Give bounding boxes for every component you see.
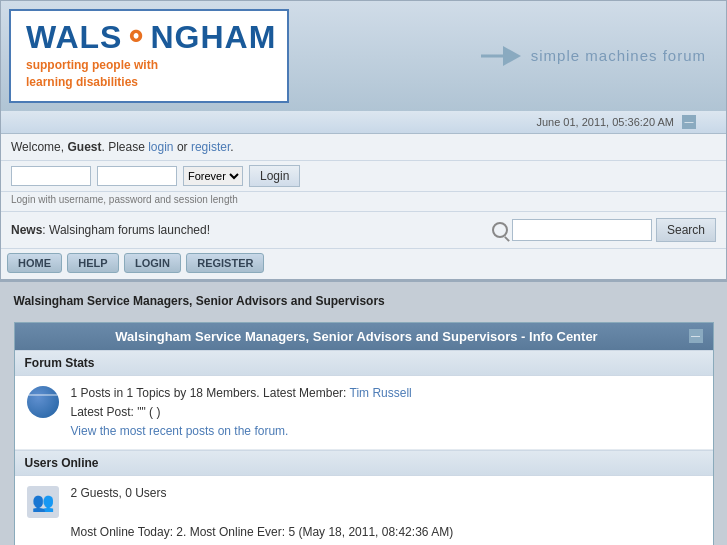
most-online: Most Online Today: 2. Most Online Ever: …: [71, 525, 454, 539]
register-link[interactable]: register: [191, 140, 230, 154]
users-online-text: 2 Guests, 0 Users Most Online Today: 2. …: [71, 484, 703, 542]
search-input[interactable]: [512, 219, 652, 241]
smf-area: simple machines forum: [481, 41, 726, 71]
nav-home[interactable]: HOME: [7, 253, 62, 273]
news-text: News: Walsingham forums launched!: [11, 223, 210, 237]
logo-suffix: NGHAM: [150, 19, 276, 55]
users-online-header: Users Online: [15, 450, 713, 476]
nav-bar: HOME HELP LOGIN REGISTER: [1, 249, 726, 281]
search-icon: [492, 222, 508, 238]
login-hint: Login with username, password and sessio…: [1, 192, 726, 212]
users-icon: 👥: [27, 486, 59, 518]
smf-arrow-icon: [481, 41, 521, 71]
stats-line: 1 Posts in 1 Topics by 18 Members. Lates…: [71, 386, 350, 400]
forum-stats-row: 1 Posts in 1 Topics by 18 Members. Lates…: [15, 376, 713, 451]
password-input[interactable]: [97, 166, 177, 186]
header-row: WALS⚬NGHAM supporting people with learni…: [1, 1, 726, 111]
smf-label: simple machines forum: [531, 47, 706, 64]
logo-subtitle: supporting people with learning disabili…: [26, 57, 272, 91]
news-content: Walsingham forums launched!: [49, 223, 210, 237]
logo-area: WALS⚬NGHAM supporting people with learni…: [9, 9, 289, 103]
welcome-or: or: [174, 140, 191, 154]
welcome-guest: Guest: [67, 140, 101, 154]
login-link[interactable]: login: [148, 140, 173, 154]
forum-stats-text: 1 Posts in 1 Topics by 18 Members. Lates…: [71, 384, 703, 442]
nav-login[interactable]: LOGIN: [124, 253, 181, 273]
datetime-bar: June 01, 2011, 05:36:20 AM —: [1, 111, 726, 134]
username-input[interactable]: [11, 166, 91, 186]
session-length-select[interactable]: Forever 1 Hour 1 Day 1 Week: [183, 166, 243, 186]
latest-post: Latest Post: "" ( ): [71, 405, 161, 419]
search-button[interactable]: Search: [656, 218, 716, 242]
search-area: Search: [492, 218, 716, 242]
welcome-prefix: Welcome,: [11, 140, 67, 154]
welcome-suffix: .: [230, 140, 233, 154]
forum-panel-title: Walsingham Service Managers, Senior Advi…: [25, 329, 689, 344]
nav-help[interactable]: HELP: [67, 253, 118, 273]
minimize-button-panel[interactable]: —: [689, 329, 703, 343]
forum-stats-header: Forum Stats: [15, 350, 713, 376]
users-icon-box: 👥: [25, 484, 61, 520]
forum-stats-icon-box: [25, 384, 61, 420]
login-row: Forever 1 Hour 1 Day 1 Week Login: [1, 161, 726, 192]
guests-line: 2 Guests, 0 Users: [71, 486, 167, 500]
latest-member-link[interactable]: Tim Russell: [350, 386, 412, 400]
logo-text: WALS⚬NGHAM: [26, 21, 272, 53]
datetime-text: June 01, 2011, 05:36:20 AM: [536, 116, 674, 128]
news-bar: News: Walsingham forums launched! Search: [1, 212, 726, 249]
news-label: News: [11, 223, 42, 237]
minimize-button-header[interactable]: —: [682, 115, 696, 129]
logo-prefix: WALS: [26, 19, 122, 55]
users-online-row: 👥 2 Guests, 0 Users Most Online Today: 2…: [15, 476, 713, 545]
login-button[interactable]: Login: [249, 165, 300, 187]
view-recent-link[interactable]: View the most recent posts on the forum.: [71, 424, 289, 438]
breadcrumb-title: Walsingham Service Managers, Senior Advi…: [14, 290, 714, 318]
nav-register[interactable]: REGISTER: [186, 253, 264, 273]
logo-man-icon: ⚬: [122, 19, 150, 55]
forum-panel: Walsingham Service Managers, Senior Advi…: [14, 322, 714, 545]
forum-globe-icon: [27, 386, 59, 418]
welcome-bar: Welcome, Guest. Please login or register…: [1, 134, 726, 161]
forum-panel-header: Walsingham Service Managers, Senior Advi…: [15, 323, 713, 350]
welcome-middle: . Please: [101, 140, 148, 154]
